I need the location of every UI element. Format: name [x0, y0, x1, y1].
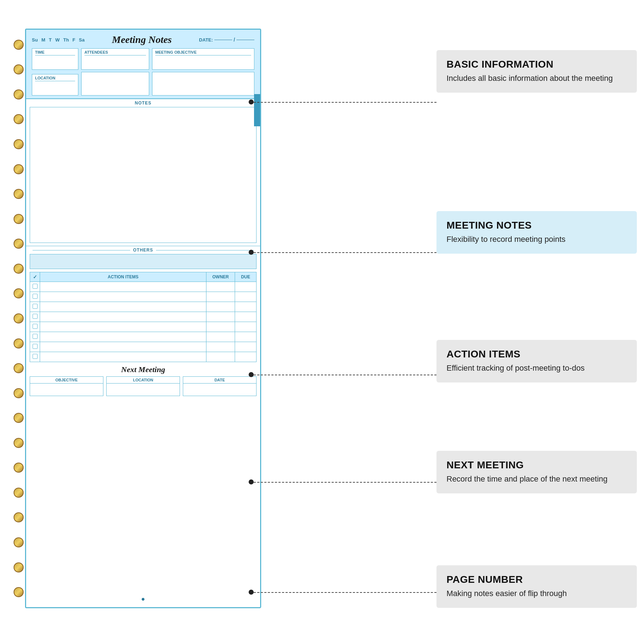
date-slash: /: [234, 37, 235, 43]
ring: [14, 413, 24, 423]
owner-cell: [206, 332, 235, 342]
callout-desc-basic-info: Includes all basic information about the…: [447, 73, 627, 84]
nm-objective-label: OBJECTIVE: [30, 377, 103, 384]
action-items-header: ACTION ITEMS: [40, 272, 206, 282]
callout-desc-action-items: Efficient tracking of post-meeting to-do…: [447, 363, 627, 374]
callout-desc-next-meeting: Record the time and place of the next me…: [447, 474, 627, 485]
ring: [14, 562, 24, 572]
day-t: T: [49, 37, 52, 43]
info-row-1: TIME ATTENDEES MEETING OBJECTIVE: [32, 48, 254, 70]
date-line2: [236, 40, 254, 40]
nm-date-label: DATE: [183, 377, 256, 384]
others-label: OTHERS: [30, 248, 257, 253]
next-meeting-title: Next Meeting: [30, 365, 257, 374]
callout-title-action-items: ACTION ITEMS: [447, 348, 627, 360]
action-row: [30, 282, 257, 292]
connector-dot-5: [249, 590, 254, 595]
owner-cell: [206, 322, 235, 332]
location-label: LOCATION: [35, 76, 75, 81]
owner-cell: [206, 342, 235, 352]
objective-lower-box: [152, 72, 254, 96]
due-cell: [235, 352, 257, 362]
nm-location-label: LOCATION: [107, 377, 180, 384]
day-su: Su: [32, 37, 38, 43]
ring: [14, 114, 24, 124]
location-box: LOCATION: [32, 74, 78, 96]
callout-page-number: PAGE NUMBER Making notes easier of flip …: [436, 565, 637, 608]
callout-basic-info: BASIC INFORMATION Includes all basic inf…: [436, 50, 637, 93]
action-item-cell: [40, 332, 206, 342]
due-header: DUE: [235, 272, 257, 282]
ring: [14, 463, 24, 473]
ring: [14, 214, 24, 224]
day-m: M: [42, 37, 45, 43]
date-label: DATE:: [199, 37, 213, 43]
ring: [14, 164, 24, 174]
page-header: Su M T W Th F Sa Meeting Notes DATE: /: [26, 30, 260, 99]
day-f: F: [73, 37, 75, 43]
due-cell: [235, 292, 257, 302]
ring: [14, 587, 24, 597]
owner-cell: [206, 352, 235, 362]
checkbox-icon: [33, 294, 38, 299]
action-checkbox-cell: [30, 332, 40, 342]
callout-title-page-number: PAGE NUMBER: [447, 574, 627, 585]
owner-cell: [206, 312, 235, 322]
ring: [14, 363, 24, 373]
ring: [14, 388, 24, 398]
notebook: Su M T W Th F Sa Meeting Notes DATE: /: [11, 21, 268, 615]
ring: [14, 264, 24, 274]
action-items-table: ✓ ACTION ITEMS OWNER DUE: [30, 272, 257, 362]
action-row: [30, 332, 257, 342]
owner-cell: [206, 282, 235, 292]
spiral-rings: [11, 21, 26, 615]
action-row: [30, 312, 257, 322]
connector-line-2: [254, 252, 436, 253]
day-w: W: [55, 37, 59, 43]
connector-line-1: [254, 102, 436, 103]
action-item-cell: [40, 302, 206, 312]
ring: [14, 139, 24, 149]
ring: [14, 239, 24, 249]
next-meeting-row: OBJECTIVE LOCATION DATE: [30, 376, 257, 396]
ring: [14, 313, 24, 323]
attendees-label: ATTENDEES: [84, 50, 146, 55]
action-items-section: ✓ ACTION ITEMS OWNER DUE: [30, 272, 257, 362]
action-checkbox-cell: [30, 322, 40, 332]
nm-date-box: DATE: [183, 376, 257, 396]
notes-label: NOTES: [26, 99, 260, 107]
action-item-cell: [40, 292, 206, 302]
attendees-lower-box: [81, 72, 149, 96]
connector-dot-1: [249, 99, 254, 104]
others-section: OTHERS: [30, 248, 257, 269]
checkmark-icon: ✓: [33, 274, 37, 280]
ring: [14, 338, 24, 348]
nm-objective-box: OBJECTIVE: [30, 376, 103, 396]
callout-title-basic-info: BASIC INFORMATION: [447, 59, 627, 70]
callout-desc-page-number: Making notes easier of flip through: [447, 588, 627, 599]
action-checkbox-cell: [30, 352, 40, 362]
action-checkbox-cell: [30, 342, 40, 352]
ring: [14, 40, 24, 50]
time-box: TIME: [32, 48, 78, 70]
callout-meeting-notes: MEETING NOTES Flexibility to record meet…: [436, 211, 637, 254]
action-row: [30, 292, 257, 302]
connector-line-5: [254, 592, 436, 593]
checkbox-icon: [33, 344, 38, 349]
checkbox-icon: [33, 354, 38, 359]
notes-section: NOTES: [26, 99, 260, 246]
action-item-cell: [40, 342, 206, 352]
connector-line-3: [254, 375, 436, 375]
owner-cell: [206, 292, 235, 302]
due-cell: [235, 342, 257, 352]
day-th: Th: [63, 37, 69, 43]
due-cell: [235, 322, 257, 332]
action-checkbox-cell: [30, 312, 40, 322]
notes-area: [30, 107, 257, 243]
checkbox-icon: [33, 284, 38, 289]
action-item-cell: [40, 282, 206, 292]
page-number-area: ●: [26, 595, 260, 603]
connector-line-4: [254, 482, 436, 483]
date-line1: [214, 40, 232, 40]
action-item-cell: [40, 312, 206, 322]
